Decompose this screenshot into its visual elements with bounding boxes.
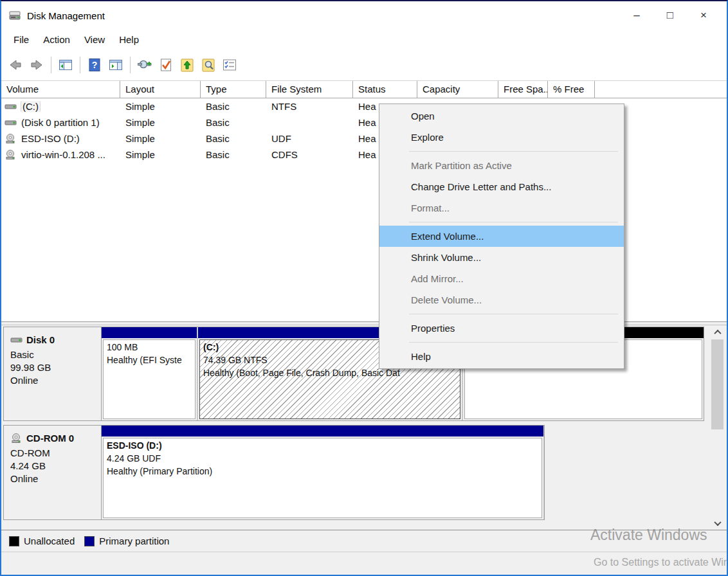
cdrom0-row: CD-ROM 0 CD-ROM 4.24 GB Online ESD-ISO (… <box>3 425 545 520</box>
column-header-capacity[interactable]: Capacity <box>417 81 498 98</box>
toolbar-action-pane-button[interactable] <box>106 55 125 75</box>
magnifier-plus-icon <box>137 57 152 73</box>
forward-arrow-icon <box>29 57 44 73</box>
activate-windows-watermark: Activate Windows <box>590 526 707 544</box>
menu-item-properties[interactable]: Properties <box>379 318 624 339</box>
volume-name: ESD-ISO (D:) <box>21 133 80 144</box>
chevron-down-icon <box>714 518 721 525</box>
cdrom0-name: CD-ROM 0 <box>26 432 74 445</box>
disk0-type: Basic <box>10 348 101 361</box>
menu-item-change-drive-letter[interactable]: Change Drive Letter and Paths... <box>379 176 624 197</box>
column-header-volume[interactable]: Volume <box>1 81 120 98</box>
task-list-icon <box>222 57 237 73</box>
volume-list-header: Volume Layout Type File System Status Ca… <box>1 81 727 98</box>
window-controls: – □ × <box>620 1 720 30</box>
menu-item-extend-volume[interactable]: Extend Volume... <box>379 226 624 247</box>
disk0-size: 99.98 GB <box>10 361 101 374</box>
volume-cell: (C:) <box>1 101 120 112</box>
menu-item-explore[interactable]: Explore <box>379 127 624 148</box>
close-button[interactable]: × <box>687 1 720 30</box>
disk0-status: Online <box>10 374 101 387</box>
toolbar-forward-button[interactable] <box>27 55 46 75</box>
disk-management-window: Disk Management – □ × File Action View H… <box>0 0 728 576</box>
cdrom0-size: 4.24 GB <box>10 460 101 473</box>
unallocated-color-swatch <box>9 536 19 546</box>
cdrom0-label[interactable]: CD-ROM 0 CD-ROM 4.24 GB Online <box>3 425 102 520</box>
file-system-cell: CDFS <box>266 149 353 160</box>
cdrom0-status: Online <box>10 473 101 485</box>
maximize-button[interactable]: □ <box>653 1 687 30</box>
disk0-name: Disk 0 <box>26 334 55 346</box>
toolbar-back-button[interactable] <box>6 55 25 75</box>
column-header-type[interactable]: Type <box>201 81 266 98</box>
chevron-up-icon <box>714 329 721 336</box>
volume-cell: virtio-win-0.1.208 ... <box>1 149 120 160</box>
column-header-pct-free[interactable]: % Free <box>548 81 595 98</box>
cd-drive-icon <box>10 433 23 444</box>
menu-item-open[interactable]: Open <box>379 105 624 127</box>
console-tree-window-icon <box>58 57 73 73</box>
volume-cell: (Disk 0 partition 1) <box>1 117 120 128</box>
disk0-label[interactable]: Disk 0 Basic 99.98 GB Online <box>3 327 102 421</box>
partition-esd-iso[interactable]: ESD-ISO (D:) 4.24 GB UDF Healthy (Primar… <box>102 426 543 519</box>
partition-status-line: Healthy (EFI Syste <box>107 354 192 366</box>
disk-icon <box>10 336 23 345</box>
column-header-file-system[interactable]: File System <box>266 81 353 98</box>
menu-separator <box>409 222 618 222</box>
toolbar-separator <box>51 57 51 73</box>
folder-magnifier-icon <box>201 57 216 73</box>
column-header-status[interactable]: Status <box>353 81 417 98</box>
cd-volume-icon <box>5 134 17 144</box>
layout-cell: Simple <box>120 133 201 144</box>
scrollbar-up-button[interactable] <box>711 326 724 338</box>
type-cell: Basic <box>201 101 266 112</box>
activate-windows-watermark-subtext: Go to Settings to activate Windows <box>594 557 728 568</box>
menu-file[interactable]: File <box>6 32 36 48</box>
toolbar-folder-up-button[interactable] <box>177 55 197 75</box>
column-header-filler <box>595 81 727 98</box>
svg-text:?: ? <box>92 60 98 70</box>
partition-body: 100 MB Healthy (EFI Syste <box>103 339 196 419</box>
legend-label: Unallocated <box>24 536 75 546</box>
menu-action[interactable]: Action <box>36 32 77 48</box>
file-system-cell: NTFS <box>266 101 353 112</box>
type-cell: Basic <box>201 149 266 160</box>
window-title: Disk Management <box>27 10 105 21</box>
scrollbar-thumb[interactable] <box>711 339 723 429</box>
layout-cell: Simple <box>120 117 201 128</box>
menu-item-shrink-volume[interactable]: Shrink Volume... <box>379 247 624 268</box>
scrollbar-down-button[interactable] <box>711 517 724 529</box>
disk-management-app-icon <box>8 9 21 22</box>
back-arrow-icon <box>8 57 23 73</box>
toolbar-folder-search-button[interactable] <box>199 55 218 75</box>
column-header-layout[interactable]: Layout <box>120 81 201 98</box>
vertical-scrollbar[interactable] <box>711 326 724 529</box>
toolbar-separator <box>130 57 131 73</box>
menu-view[interactable]: View <box>77 32 112 48</box>
toolbar-rescan-button[interactable] <box>135 55 154 75</box>
menu-bar: File Action View Help <box>1 30 727 50</box>
toolbar-check-document-button[interactable] <box>156 55 176 75</box>
column-header-free-space[interactable]: Free Spa... <box>498 81 548 98</box>
folder-up-arrow-icon <box>179 57 195 73</box>
menu-item-help[interactable]: Help <box>379 346 624 367</box>
toolbar-help-button[interactable]: ? <box>85 55 104 75</box>
volume-name: virtio-win-0.1.208 ... <box>21 149 105 160</box>
legend-unallocated: Unallocated <box>9 536 75 546</box>
cd-volume-icon <box>5 150 17 160</box>
legend-primary-partition: Primary partition <box>84 536 169 546</box>
toolbar: ? <box>1 50 727 81</box>
toolbar-console-tree-button[interactable] <box>56 55 75 75</box>
partition-efi[interactable]: 100 MB Healthy (EFI Syste <box>102 327 197 420</box>
menu-help[interactable]: Help <box>112 32 146 48</box>
partition-body: ESD-ISO (D:) 4.24 GB UDF Healthy (Primar… <box>103 438 542 518</box>
toolbar-task-list-button[interactable] <box>220 55 239 75</box>
disk-volume-icon <box>5 118 17 127</box>
volume-cell: ESD-ISO (D:) <box>1 133 120 144</box>
file-system-cell: UDF <box>266 133 353 144</box>
document-check-icon <box>158 57 174 73</box>
minimize-button[interactable]: – <box>620 1 653 30</box>
type-cell: Basic <box>201 133 266 144</box>
volume-name: (C:) <box>21 101 40 112</box>
help-question-icon: ? <box>87 57 102 73</box>
